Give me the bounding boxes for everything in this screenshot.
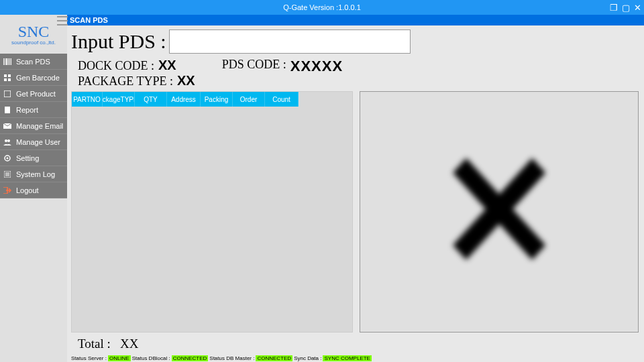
no-image-icon: ✕ [437,131,561,293]
status-server-label: Status Server : [71,355,107,361]
sidebar-item-report[interactable]: Report [0,102,67,118]
sidebar-item-label: Scan PDS [16,58,50,66]
sidebar-item-setting[interactable]: Setting [0,150,67,166]
th-packing[interactable]: Packing [201,92,233,107]
svg-point-16 [7,157,9,159]
logo-sub: soundproof co.,ltd. [11,40,56,46]
preview-panel: ✕ [360,91,639,333]
sidebar-item-label: Get Product [16,90,56,98]
sidebar-item-system-log[interactable]: System Log [0,166,67,182]
status-bar: Status Server : ONLINE Status DBlocal : … [67,354,644,362]
table-header: PARTNO ackageTYPE QTY Address Packing Or… [72,92,352,107]
th-qty[interactable]: QTY [135,92,167,107]
data-table: PARTNO ackageTYPE QTY Address Packing Or… [71,91,353,333]
app-title: Q-Gate Version :1.0.0.1 [283,3,361,11]
gear-icon [3,154,12,163]
svg-rect-11 [5,107,10,113]
svg-rect-8 [4,78,7,81]
logout-icon [3,186,12,195]
sidebar-item-label: Manage Email [16,122,63,130]
status-server-value: ONLINE [108,355,131,361]
doc-icon [3,105,12,115]
svg-rect-4 [9,58,10,65]
dock-code-label: DOCK CODE : [78,59,154,73]
status-sync-value: SYNC COMPLETE [323,355,371,361]
window-controls: ❐ ▢ ✕ [610,0,641,15]
th-address[interactable]: Address [167,92,201,107]
dock-code-value: XX [158,58,176,73]
maximize-icon[interactable]: ▢ [622,3,630,13]
users-icon [3,137,12,147]
package-type-value: XX [177,73,195,88]
mail-icon [3,121,12,131]
sidebar-item-label: System Log [16,170,55,178]
page-subtitle: SCAN PDS [67,15,644,25]
log-icon [3,170,12,179]
main-area: Input PDS : DOCK CODE : XX PACKAGE TYPE … [67,25,644,354]
th-packagetype[interactable]: ackageTYPE [103,92,135,107]
pds-code-label: PDS CODE : [222,58,286,72]
svg-rect-2 [6,58,7,65]
sidebar-item-get-product[interactable]: Get Product [0,86,67,102]
sidebar-item-label: Report [16,106,38,114]
input-pds-field[interactable] [169,29,411,54]
svg-rect-1 [5,58,5,65]
th-partno[interactable]: PARTNO [72,92,103,107]
sidebar-item-manage-user[interactable]: Manage User [0,134,67,150]
total-label: Total : [78,337,111,351]
sidebar-item-label: Setting [16,154,39,162]
th-order[interactable]: Order [233,92,265,107]
th-count[interactable]: Count [265,92,299,107]
pds-code-value: XXXXX [290,58,343,75]
svg-rect-5 [11,58,11,65]
barcode-icon [3,57,12,66]
svg-rect-10 [4,90,11,97]
svg-point-14 [7,139,10,142]
sidebar-item-scan-pds[interactable]: Scan PDS [0,54,67,70]
status-sync-label: Sync Data : [294,355,321,361]
sidebar-item-logout[interactable]: Logout [0,182,67,198]
svg-rect-9 [8,78,11,81]
sidebar-item-label: Gen Barcode [16,74,60,82]
total-value: XX [120,337,138,351]
sidebar-item-manage-email[interactable]: Manage Email [0,118,67,134]
package-type-label: PACKAGE TYPE : [78,74,173,88]
input-pds-label: Input PDS : [71,30,166,53]
minimize-icon[interactable]: ❐ [610,3,618,13]
sidebar-item-label: Manage User [16,138,60,146]
status-dblocal-label: Status DBlocal : [132,355,170,361]
svg-rect-7 [8,74,11,77]
sidebar: SNC soundproof co.,ltd. Scan PDS Gen Bar… [0,15,67,362]
hamburger-icon[interactable] [57,16,68,25]
svg-rect-0 [3,58,4,65]
title-bar: Q-Gate Version :1.0.0.1 ❐ ▢ ✕ [0,0,644,15]
svg-point-13 [5,139,7,142]
status-dblocal-value: CONNECTED [172,355,209,361]
logo-main: SNC [18,23,50,40]
status-dbmaster-label: Status DB Master : [209,355,254,361]
sidebar-item-gen-barcode[interactable]: Gen Barcode [0,70,67,86]
grid-icon [3,73,12,82]
svg-rect-3 [8,58,9,65]
close-icon[interactable]: ✕ [634,3,641,13]
status-dbmaster-value: CONNECTED [256,355,292,361]
box-icon [3,89,12,99]
svg-rect-6 [4,74,7,77]
sidebar-item-label: Logout [16,186,39,194]
